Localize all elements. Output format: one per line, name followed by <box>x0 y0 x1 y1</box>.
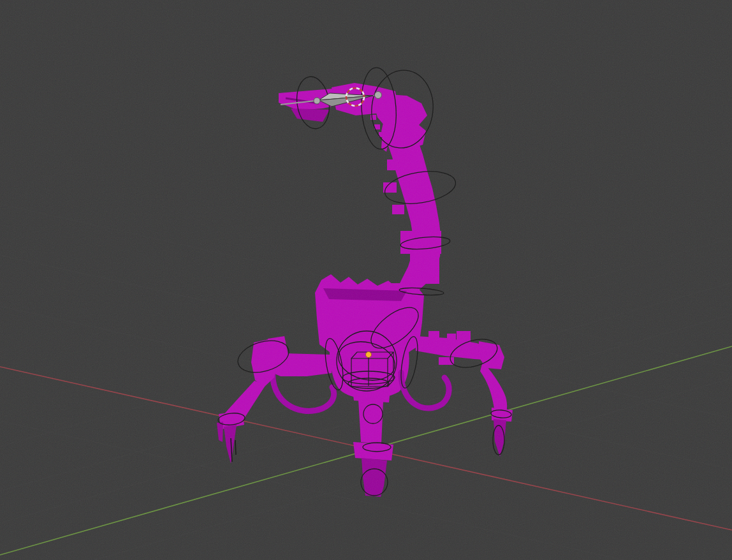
viewport-canvas[interactable] <box>0 0 732 560</box>
viewport-3d[interactable] <box>0 0 732 560</box>
film-grain-overlay <box>0 0 732 560</box>
